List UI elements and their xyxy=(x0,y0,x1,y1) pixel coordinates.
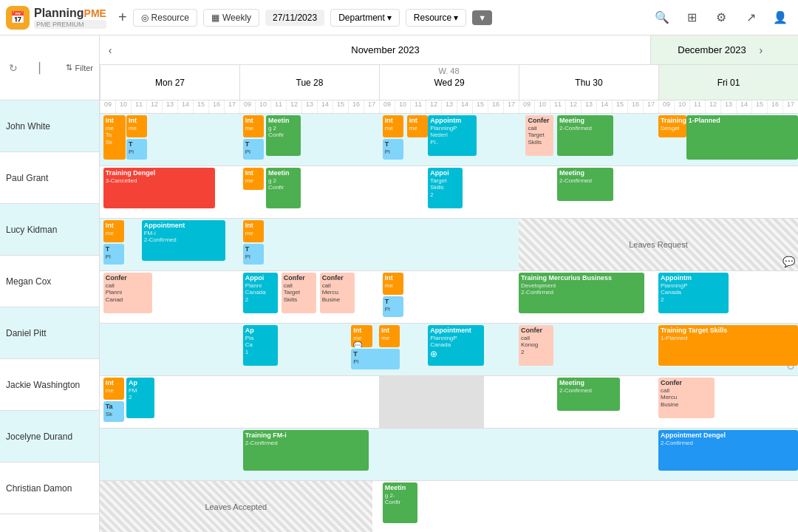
event-lucy-appt-mon[interactable]: AppointmentFM-i2-Confirmed xyxy=(142,220,225,261)
main-container: ↻ ▏ ⇅ Filter John White Paul Grant Lucy … xyxy=(0,35,798,532)
event-jackie-int-mon[interactable]: Intme xyxy=(103,378,124,400)
resource-label: Resource xyxy=(151,13,189,23)
event-megan-confer-mon[interactable]: ConfercallPlanniCanad xyxy=(103,273,152,313)
event-lucy-int-tue[interactable]: Intme xyxy=(243,220,264,242)
event-lucy-blue-mon[interactable]: TPl xyxy=(103,244,124,265)
resource-lucy-kidman: Lucy Kidman xyxy=(0,204,99,256)
event-paul-int-tue[interactable]: Intme xyxy=(243,168,264,190)
event-paul-meeting-tue[interactable]: Meeting 2Confir xyxy=(266,168,301,208)
month-left: November 2023 xyxy=(120,44,650,55)
event-paul-meeting-thu[interactable]: Meeting2-Confirmed xyxy=(557,168,613,201)
resource-christian-damon: Christian Damon xyxy=(0,463,99,514)
sidebar: ↻ ▏ ⇅ Filter John White Paul Grant Lucy … xyxy=(0,35,100,532)
resource-name: Christian Damon xyxy=(6,483,72,494)
logo-text: PlanningPME PME PREMIUM xyxy=(34,7,106,29)
filter-toggle[interactable]: ⇅ Filter xyxy=(66,63,93,72)
event-paul-appt-wed[interactable]: AppoiTargetSkills2 xyxy=(428,168,463,208)
resource-button[interactable]: ◎ Resource xyxy=(133,9,197,27)
comment-icon-lucy[interactable]: 💬 xyxy=(782,256,795,267)
hour-cell: 16 xyxy=(348,100,364,113)
filter-button[interactable]: ▼ xyxy=(472,10,492,25)
event-john-blue-wed[interactable]: TPl xyxy=(383,139,403,160)
event-megan-training-thu[interactable]: Training Mercurius BusinessDevelopment2-… xyxy=(519,273,644,313)
event-daniel-blue-wed[interactable]: TPl xyxy=(351,349,400,369)
event-daniel-training-fri[interactable]: Training Target Skills1-Planned xyxy=(658,325,798,366)
hour-cell: 15 xyxy=(332,100,348,113)
calendar-area: ‹ November 2023 December 2023 › W. 48 Mo… xyxy=(100,35,798,532)
hour-cell: 17 xyxy=(364,100,379,113)
event-john-planned-fri[interactable]: 1-Planned xyxy=(686,115,798,160)
weekly-label: Weekly xyxy=(222,13,251,23)
resource-name: Jackie Washington xyxy=(6,380,80,390)
event-john-meeting-thu[interactable]: Meeting2-Confirmed xyxy=(557,115,613,156)
event-christian-meeting-wed[interactable]: Meeting 2-Confir xyxy=(383,482,417,523)
event-john-int-mon2[interactable]: Intme xyxy=(126,115,147,137)
event-paul-training-mon[interactable]: Training Dengel3-Cancelled xyxy=(103,168,215,208)
sidebar-header: ↻ ▏ ⇅ Filter xyxy=(0,35,99,100)
event-john-training-fri[interactable]: TrainingDengel xyxy=(658,115,686,137)
hour-cell: 15 xyxy=(751,100,767,113)
event-john-blue2-tue[interactable]: TPl xyxy=(243,139,264,160)
event-daniel-int-wed[interactable]: Intme 💬 xyxy=(351,325,372,347)
event-john-appt-wed[interactable]: AppointmPlanningPNederlPl.. xyxy=(428,115,477,156)
event-jackie-blue-mon[interactable]: TaSk xyxy=(103,401,124,422)
logo-pme-badge: PME PREMIUM xyxy=(34,20,106,29)
hour-cell: 09 xyxy=(658,100,674,113)
event-john-int-wed2[interactable]: Intme xyxy=(407,115,428,137)
event-megan-confer-tue[interactable]: ConfercallTargetSkills xyxy=(282,273,316,313)
month-right: December 2023 › xyxy=(650,35,798,64)
event-john-confer-thu[interactable]: ConfercallTargetSkills xyxy=(525,115,553,156)
event-daniel-appt-wed[interactable]: AppointmentPlanningPCanada ⊕ xyxy=(428,325,484,366)
logo-icon: 📅 xyxy=(6,6,30,30)
event-jackie-ap-mon[interactable]: ApFM2 xyxy=(126,378,154,418)
event-jocelyne-appt-fri[interactable]: Appointment Dengel2-Confirmed xyxy=(658,430,798,471)
resource-name: Paul Grant xyxy=(6,173,48,183)
hour-cell: 15 xyxy=(193,100,208,113)
calendar-grid: IntmeTaSk Intme TPl Intme Meeting 2Confi… xyxy=(100,114,798,532)
event-lucy-int-mon[interactable]: Intme xyxy=(103,220,124,242)
row-jocelyne-durand: Training FM-i2-Confirmed Appointment Den… xyxy=(100,429,798,481)
hour-cell: 11 xyxy=(410,100,426,113)
share-button[interactable]: ↗ xyxy=(739,6,763,30)
event-john-int-mon1[interactable]: IntmeTaSk xyxy=(103,115,126,160)
next-button[interactable]: › xyxy=(751,35,771,65)
leaves-request-lucy: Leaves Request xyxy=(519,219,798,270)
user-button[interactable]: 👤 xyxy=(768,6,792,30)
refresh-icon[interactable]: ↻ xyxy=(6,59,21,77)
day-header-thu: Thu 30 xyxy=(519,65,658,100)
chevron-down-icon: ▾ xyxy=(387,13,392,23)
event-jocelyne-training-tue[interactable]: Training FM-i2-Confirmed xyxy=(243,430,369,471)
event-megan-appoi-tue[interactable]: AppoiPlanniCanada2 xyxy=(243,273,278,313)
event-daniel-confer-thu[interactable]: ConfercallKonog2 xyxy=(519,325,553,366)
resource-select[interactable]: Resource ▾ xyxy=(406,9,466,27)
event-megan-int-wed[interactable]: Intme xyxy=(383,273,403,295)
row-lucy-kidman: Intme TPl AppointmentFM-i2-Confirmed Int… xyxy=(100,219,798,271)
event-megan-blue-wed[interactable]: TPl xyxy=(383,296,403,317)
department-select[interactable]: Department ▾ xyxy=(330,9,400,27)
prev-button[interactable]: ‹ xyxy=(100,35,120,65)
event-john-int-tue[interactable]: Intme xyxy=(243,115,264,137)
event-john-meeting-tue[interactable]: Meeting 2Confir xyxy=(266,115,301,156)
event-jackie-confer-fri[interactable]: ConfercallMercuBusine xyxy=(658,378,715,418)
row-daniel-pitt: ApPlaCa1 Intme 💬 Intme TPl Ap xyxy=(100,324,798,376)
event-john-int-wed1[interactable]: Intme xyxy=(383,115,403,137)
day-name-thu: Thu 30 xyxy=(575,78,602,88)
add-button[interactable]: + xyxy=(118,9,127,26)
event-john-blue-mon[interactable]: TPl xyxy=(126,139,147,160)
event-daniel-ap-tue[interactable]: ApPlaCa1 xyxy=(243,325,278,366)
event-megan-appt-fri[interactable]: AppointmPlanningPCanada2 xyxy=(658,273,729,313)
search-button[interactable]: 🔍 xyxy=(650,6,674,30)
resource-paul-grant: Paul Grant xyxy=(0,152,99,204)
event-lucy-blue-tue[interactable]: TPl xyxy=(243,244,264,265)
event-daniel-int2-wed[interactable]: Intme xyxy=(379,325,400,347)
hour-cell: 12 xyxy=(426,100,441,113)
event-jackie-meeting-thu[interactable]: Meeting2-Confirmed xyxy=(557,378,620,411)
hour-cell: 13 xyxy=(581,100,596,113)
day-header-tue: Tue 28 xyxy=(239,65,379,100)
weekly-button[interactable]: ▦ Weekly xyxy=(203,9,259,27)
collapse-icon[interactable]: ▏ xyxy=(36,59,50,77)
event-megan-confer2-tue[interactable]: ConfercallMercuBusine xyxy=(320,273,355,313)
hour-cell: 16 xyxy=(767,100,782,113)
stack-button[interactable]: ⊞ xyxy=(680,6,703,30)
settings-button[interactable]: ⚙ xyxy=(709,6,733,30)
